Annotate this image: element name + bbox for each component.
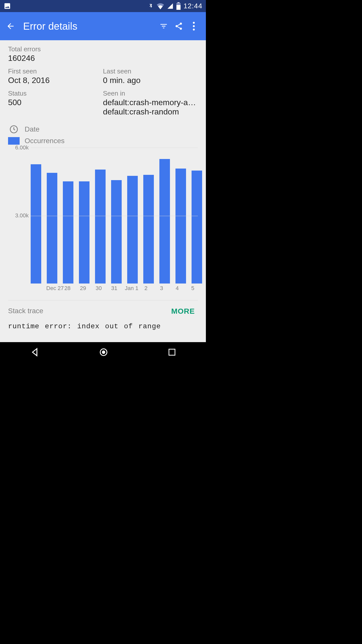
bar	[47, 173, 57, 284]
status-bar: 12:44	[0, 0, 206, 12]
svg-point-6	[193, 22, 195, 24]
stack-trace-text: runtime error: index out of range	[8, 323, 198, 330]
system-nav-bar	[0, 342, 206, 362]
total-errors-value: 160246	[8, 54, 198, 63]
svg-rect-12	[169, 349, 175, 355]
x-tick: 30	[94, 285, 104, 292]
image-icon	[4, 2, 11, 10]
svg-point-7	[193, 25, 195, 27]
bar	[95, 170, 106, 284]
signal-icon	[167, 3, 173, 9]
svg-point-8	[193, 29, 195, 31]
bar	[63, 181, 73, 284]
battery-icon	[176, 2, 181, 10]
y-tick: 3.00k	[15, 212, 29, 219]
nav-home-button[interactable]	[99, 347, 109, 357]
svg-rect-2	[176, 5, 180, 10]
x-tick	[31, 285, 41, 292]
content: Total errors 160246 First seen Oct 8, 20…	[0, 40, 206, 342]
x-tick: 5	[188, 285, 198, 292]
svg-rect-0	[177, 2, 179, 3]
back-button[interactable]	[5, 20, 17, 32]
seen-in-value-1: default:crash-memory-acces…	[103, 98, 198, 107]
stack-trace-label: Stack trace	[8, 307, 168, 315]
bar	[127, 176, 138, 284]
bar	[159, 159, 170, 284]
seen-in-label: Seen in	[103, 90, 198, 97]
occurrences-swatch	[8, 137, 20, 145]
app-bar: Error details	[0, 12, 206, 40]
page-title: Error details	[17, 21, 156, 32]
bar	[111, 180, 122, 284]
more-button[interactable]: MORE	[168, 305, 198, 317]
legend-occurrences-label: Occurrences	[25, 137, 65, 145]
seen-in-value-2: default:crash-random	[103, 107, 198, 116]
occurrences-chart: 6.00k3.00k Dec 2728293031Jan 12345	[8, 148, 198, 292]
first-seen-label: First seen	[8, 67, 103, 75]
x-tick: Dec 27	[46, 285, 57, 292]
last-seen-value: 0 min. ago	[103, 76, 198, 85]
x-tick: Jan 1	[125, 285, 135, 292]
x-tick: 2	[141, 285, 151, 292]
x-tick: 29	[78, 285, 88, 292]
x-tick: 3	[157, 285, 167, 292]
bar	[79, 181, 89, 284]
y-tick: 6.00k	[15, 144, 29, 151]
legend-date-label: Date	[25, 125, 39, 133]
nav-back-button[interactable]	[29, 347, 40, 357]
svg-point-4	[175, 25, 178, 27]
overflow-button[interactable]	[186, 19, 201, 34]
gridline	[31, 216, 198, 216]
x-tick: 4	[172, 285, 182, 292]
bar	[175, 169, 186, 284]
bar	[192, 171, 202, 284]
status-value: 500	[8, 98, 103, 107]
chart-legend: Date Occurrences	[8, 124, 198, 147]
clock-icon	[8, 125, 20, 134]
total-errors-label: Total errors	[8, 45, 198, 53]
bluetooth-icon	[148, 2, 154, 10]
wifi-icon	[156, 3, 164, 9]
status-clock: 12:44	[184, 2, 202, 10]
share-button[interactable]	[171, 19, 186, 34]
bar	[143, 175, 154, 284]
divider	[8, 300, 198, 300]
x-tick: 28	[62, 285, 72, 292]
svg-point-11	[102, 351, 105, 353]
bar	[31, 164, 41, 284]
last-seen-label: Last seen	[103, 67, 198, 75]
filter-button[interactable]	[156, 19, 171, 34]
x-tick: 31	[109, 285, 119, 292]
nav-recents-button[interactable]	[167, 348, 176, 357]
first-seen-value: Oct 8, 2016	[8, 76, 103, 85]
status-label: Status	[8, 90, 103, 97]
